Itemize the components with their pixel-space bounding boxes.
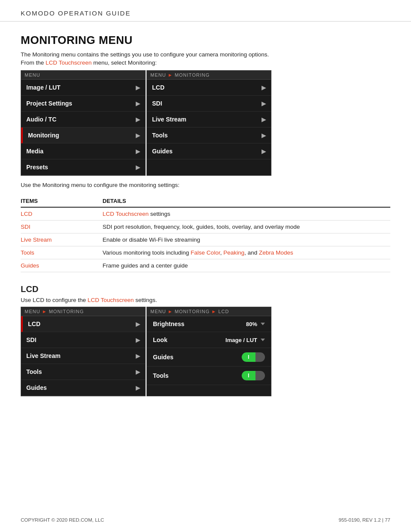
menu-item-presets[interactable]: Presets ▶ bbox=[21, 159, 145, 175]
tools-row: Tools I bbox=[147, 367, 271, 385]
lcd-touchscreen-link-2[interactable]: LCD Touchscreen bbox=[87, 297, 134, 303]
table-cell-detail: SDI port resolution, frequency, look, gu… bbox=[103, 221, 390, 233]
menu-item-project-settings-label: Project Settings bbox=[26, 100, 72, 107]
page-footer: COPYRIGHT © 2020 RED.COM, LLC 955-0190, … bbox=[21, 517, 390, 523]
guides-label: Guides bbox=[153, 354, 173, 361]
chevron-icon: ▶ bbox=[136, 132, 140, 139]
intro2-suffix: menu, select Monitoring: bbox=[92, 59, 157, 66]
footer-revision: 955-0190, REV 1.2 | 77 bbox=[339, 517, 390, 523]
table-cell-detail: Enable or disable Wi-Fi live streaming bbox=[103, 233, 390, 246]
toggle-off-track bbox=[255, 352, 265, 362]
look-dropdown-arrow bbox=[261, 339, 265, 341]
lcd-menu-item-tools-label: Tools bbox=[26, 368, 42, 375]
submenu-item-guides-label: Guides bbox=[152, 148, 172, 155]
tools-item-link[interactable]: Tools bbox=[21, 249, 34, 256]
menu-item-monitoring[interactable]: Monitoring ▶ bbox=[21, 128, 145, 143]
brightness-value-text: 80% bbox=[246, 321, 257, 327]
sdi-item-link[interactable]: SDI bbox=[21, 224, 31, 230]
menu-item-audio-tc[interactable]: Audio / TC ▶ bbox=[21, 112, 145, 128]
main-menu-header-label: MENU bbox=[25, 72, 40, 78]
menu-item-project-settings[interactable]: Project Settings ▶ bbox=[21, 96, 145, 112]
lcd-settings-header-label: MENU ► MONITORING ► LCD bbox=[150, 309, 229, 314]
chevron-icon: ▶ bbox=[136, 148, 140, 155]
col-items-header: ITEMS bbox=[21, 195, 103, 207]
lcd-menu-item-guides[interactable]: Guides ▶ bbox=[21, 380, 145, 396]
table-cell-item: Guides bbox=[21, 259, 103, 272]
submenu-item-lcd[interactable]: LCD ▶ bbox=[147, 80, 271, 96]
brightness-dropdown-arrow bbox=[261, 323, 265, 325]
intro-paragraph-1: The Monitoring menu contains the setting… bbox=[21, 51, 390, 58]
guides-toggle[interactable]: I bbox=[242, 352, 265, 362]
lcd-menu-item-lcd[interactable]: LCD ▶ bbox=[21, 316, 145, 332]
menu-item-media[interactable]: Media ▶ bbox=[21, 143, 145, 159]
guides-item-link[interactable]: Guides bbox=[21, 262, 39, 269]
submenu-item-tools[interactable]: Tools ▶ bbox=[147, 128, 271, 143]
chevron-icon: ▶ bbox=[136, 164, 140, 171]
use-monitoring-text: Use the Monitoring menu to configure the… bbox=[21, 182, 390, 188]
table-cell-detail: Frame guides and a center guide bbox=[103, 259, 390, 272]
lcd-menu-item-lcd-label: LCD bbox=[28, 320, 40, 327]
items-table: ITEMS DETAILS LCD LCD Touchscreen settin… bbox=[21, 195, 390, 272]
lcd-intro-prefix: Use LCD to configure the bbox=[21, 297, 87, 303]
brightness-value[interactable]: 80% bbox=[246, 321, 265, 327]
lcd-menu-item-sdi-label: SDI bbox=[26, 336, 36, 343]
table-cell-detail: LCD Touchscreen settings bbox=[103, 207, 390, 221]
monitoring-section: MONITORING MENU The Monitoring menu cont… bbox=[21, 34, 390, 272]
zebra-modes-link[interactable]: Zebra Modes bbox=[259, 249, 293, 256]
submenu-item-sdi[interactable]: SDI ▶ bbox=[147, 96, 271, 112]
chevron-icon: ▶ bbox=[262, 100, 266, 107]
lcd-menu-item-tools[interactable]: Tools ▶ bbox=[21, 364, 145, 380]
submenu-item-livestream[interactable]: Live Stream ▶ bbox=[147, 112, 271, 128]
menu-item-audio-tc-label: Audio / TC bbox=[26, 116, 56, 123]
table-cell-item: LCD bbox=[21, 207, 103, 221]
lcd-intro: Use LCD to configure the LCD Touchscreen… bbox=[21, 297, 390, 303]
lcd-menu-item-sdi[interactable]: SDI ▶ bbox=[21, 332, 145, 348]
lcd-menu-item-livestream[interactable]: Live Stream ▶ bbox=[21, 348, 145, 364]
chevron-icon: ▶ bbox=[262, 132, 266, 139]
tools-label: Tools bbox=[153, 372, 168, 379]
chevron-icon: ▶ bbox=[136, 116, 140, 123]
lcd-intro-suffix: settings. bbox=[134, 297, 157, 303]
table-row: SDI SDI port resolution, frequency, look… bbox=[21, 221, 390, 233]
submenu-header-label: MENU ► MONITORING bbox=[150, 72, 210, 78]
lcd-touchscreen-detail-link[interactable]: LCD Touchscreen bbox=[103, 211, 149, 217]
chevron-icon: ▶ bbox=[136, 353, 140, 359]
table-cell-item: SDI bbox=[21, 221, 103, 233]
table-cell-item: Live Stream bbox=[21, 233, 103, 246]
col-details-header: DETAILS bbox=[103, 195, 390, 207]
lcd-menu-header-label: MENU ► MONITORING bbox=[25, 309, 84, 314]
false-color-link[interactable]: False Color bbox=[191, 249, 220, 256]
lcd-monitoring-menu: MENU ► MONITORING LCD ▶ SDI ▶ Live Strea… bbox=[21, 307, 146, 396]
main-menu: MENU Image / LUT ▶ Project Settings ▶ Au… bbox=[21, 70, 146, 176]
lcd-menu-item-guides-label: Guides bbox=[26, 384, 47, 391]
chevron-icon: ▶ bbox=[136, 321, 140, 327]
chevron-icon: ▶ bbox=[262, 148, 266, 155]
footer-copyright: COPYRIGHT © 2020 RED.COM, LLC bbox=[21, 517, 104, 523]
look-row: Look Image / LUT bbox=[147, 332, 271, 348]
table-row: Live Stream Enable or disable Wi-Fi live… bbox=[21, 233, 390, 246]
tools-toggle[interactable]: I bbox=[242, 371, 265, 380]
submenu-item-livestream-label: Live Stream bbox=[152, 116, 186, 123]
submenu-item-lcd-label: LCD bbox=[152, 84, 165, 91]
chevron-icon: ▶ bbox=[262, 116, 266, 123]
toggle-on-indicator: I bbox=[248, 373, 249, 379]
lcd-screenshots: MENU ► MONITORING LCD ▶ SDI ▶ Live Strea… bbox=[21, 307, 390, 396]
submenu-item-guides[interactable]: Guides ▶ bbox=[147, 143, 271, 159]
chevron-icon: ▶ bbox=[136, 337, 140, 343]
monitoring-submenu-header: MENU ► MONITORING bbox=[147, 71, 271, 80]
lcd-touchscreen-link-1[interactable]: LCD Touchscreen bbox=[46, 59, 92, 66]
table-row: Tools Various monitoring tools including… bbox=[21, 246, 390, 259]
peaking-link[interactable]: Peaking bbox=[223, 249, 244, 256]
lcd-settings-panel: MENU ► MONITORING ► LCD Brightness 80% L… bbox=[146, 307, 271, 396]
table-cell-item: Tools bbox=[21, 246, 103, 259]
intro2-prefix: From the bbox=[21, 59, 46, 66]
lcd-settings-header: MENU ► MONITORING ► LCD bbox=[147, 307, 271, 316]
guides-row: Guides I bbox=[147, 348, 271, 367]
menu-item-image-lut[interactable]: Image / LUT ▶ bbox=[21, 80, 145, 96]
look-value[interactable]: Image / LUT bbox=[225, 337, 265, 343]
toggle-on-indicator: I bbox=[248, 354, 249, 360]
chevron-icon: ▶ bbox=[136, 84, 140, 91]
livestream-item-link[interactable]: Live Stream bbox=[21, 236, 52, 243]
lcd-item-link[interactable]: LCD bbox=[21, 211, 32, 217]
toggle-on-track: I bbox=[242, 352, 255, 362]
